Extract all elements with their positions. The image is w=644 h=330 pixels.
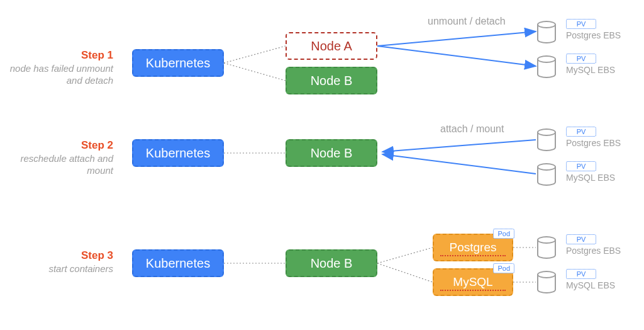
cylinder-icon — [537, 163, 556, 186]
postgres-ebs-label: Postgres EBS — [566, 246, 621, 256]
svg-line-6 — [382, 154, 536, 174]
step-2-subtitle: reschedule attach and mount — [0, 153, 113, 177]
pod-underline — [440, 254, 506, 256]
step-3-subtitle: start containers — [0, 263, 113, 275]
pv-badge: PV — [566, 161, 596, 171]
postgres-ebs-label: Postgres EBS — [566, 30, 621, 40]
mysql-pod-label: MySQL — [453, 275, 492, 289]
pod-badge: Pod — [493, 229, 514, 239]
pod-underline — [440, 289, 506, 291]
step-2-label: Step 2 reschedule attach and mount — [0, 139, 113, 177]
kubernetes-label: Kubernetes — [146, 256, 210, 271]
node-b-label: Node B — [311, 256, 353, 271]
postgres-pod-box: Postgres Pod — [433, 234, 513, 261]
node-a-label: Node A — [311, 39, 352, 54]
node-b-box-1: Node B — [286, 67, 377, 94]
mysql-pod-box: MySQL Pod — [433, 268, 513, 296]
postgres-ebs-label: Postgres EBS — [566, 138, 621, 148]
node-b-label: Node B — [311, 74, 353, 88]
mysql-ebs-label: MySQL EBS — [566, 280, 615, 290]
svg-line-5 — [382, 140, 536, 152]
node-a-failed-box: Node A — [286, 32, 377, 60]
node-b-label: Node B — [311, 146, 353, 161]
diagram-stage: Step 1 node has failed unmount and detac… — [0, 0, 644, 330]
kubernetes-box-1: Kubernetes — [132, 49, 224, 77]
pv-badge: PV — [566, 269, 596, 279]
step-3-title: Step 3 — [0, 249, 113, 262]
mysql-ebs-label: MySQL EBS — [566, 173, 615, 183]
step-1-action: unmount / detach — [428, 16, 506, 27]
step-3-label: Step 3 start containers — [0, 249, 113, 275]
pod-badge: Pod — [493, 263, 514, 273]
node-b-box-3: Node B — [286, 249, 377, 277]
node-b-box-2: Node B — [286, 139, 377, 167]
svg-line-1 — [224, 63, 286, 81]
cylinder-icon — [537, 21, 556, 43]
pv-badge: PV — [566, 19, 596, 29]
cylinder-icon — [537, 128, 556, 151]
step-1-label: Step 1 node has failed unmount and detac… — [0, 49, 113, 87]
kubernetes-label: Kubernetes — [146, 146, 210, 161]
step-2-title: Step 2 — [0, 139, 113, 152]
kubernetes-box-3: Kubernetes — [132, 249, 224, 277]
pv-badge: PV — [566, 234, 596, 244]
kubernetes-box-2: Kubernetes — [132, 139, 224, 167]
postgres-pod-label: Postgres — [450, 241, 497, 254]
step-1-subtitle: node has failed unmount and detach — [0, 63, 113, 87]
svg-line-9 — [377, 263, 433, 282]
cylinder-icon — [537, 55, 556, 78]
svg-line-3 — [377, 46, 536, 66]
svg-line-0 — [224, 46, 286, 63]
svg-line-8 — [377, 248, 433, 263]
kubernetes-label: Kubernetes — [146, 56, 210, 71]
cylinder-icon — [537, 271, 556, 293]
step-1-title: Step 1 — [0, 49, 113, 62]
cylinder-icon — [537, 236, 556, 259]
pv-badge: PV — [566, 54, 596, 64]
pv-badge: PV — [566, 127, 596, 137]
svg-line-2 — [377, 31, 536, 46]
mysql-ebs-label: MySQL EBS — [566, 65, 615, 75]
step-2-action: attach / mount — [440, 123, 504, 135]
